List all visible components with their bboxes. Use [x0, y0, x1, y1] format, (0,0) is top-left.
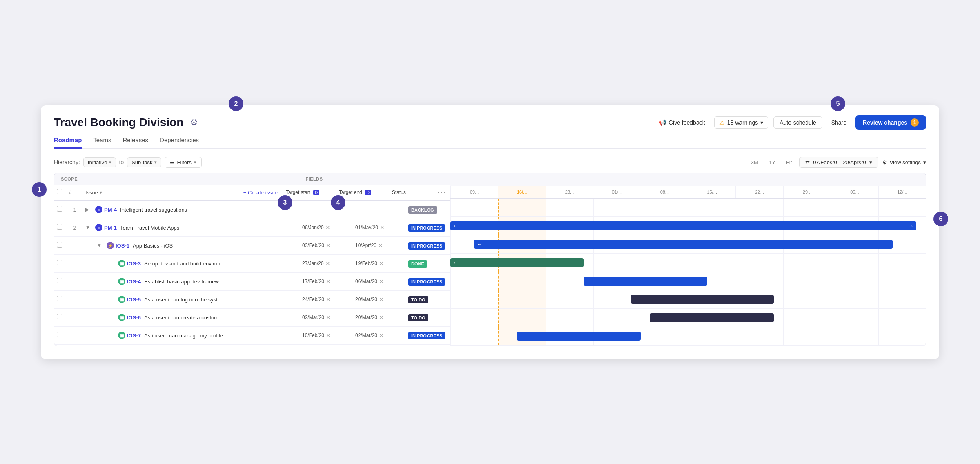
issue-type-icon: ▣: [118, 332, 125, 339]
callout-2: 2: [229, 96, 243, 111]
row-issue-content: ▼ ⚡ IOS-1 App Basics - iOS: [82, 242, 299, 249]
clear-end-button[interactable]: ✕: [379, 278, 384, 285]
review-changes-button[interactable]: Review changes 1: [855, 115, 926, 130]
issue-type-icon: ⚡: [107, 242, 114, 249]
view-settings-button[interactable]: ⚙ View settings ▾: [882, 159, 926, 165]
auto-schedule-button[interactable]: Auto-schedule: [773, 116, 822, 129]
issue-id[interactable]: IOS-5: [127, 297, 141, 303]
status-badge[interactable]: IN PROGRESS: [408, 224, 445, 232]
clear-start-button[interactable]: ✕: [325, 260, 330, 267]
gantt-row: [450, 272, 926, 290]
create-issue-button[interactable]: + Create issue: [238, 186, 283, 199]
gantt-row: ←: [450, 254, 926, 272]
period-3m-button[interactable]: 3M: [748, 158, 762, 167]
tab-roadmap[interactable]: Roadmap: [54, 136, 82, 149]
tab-releases[interactable]: Releases: [123, 136, 149, 149]
clear-start-button[interactable]: ✕: [326, 242, 331, 249]
feedback-button[interactable]: 📢 Give feedback: [655, 117, 709, 128]
gear-icon[interactable]: ⚙: [190, 117, 198, 128]
gantt-cell: [831, 272, 878, 290]
clear-end-button[interactable]: ✕: [379, 332, 384, 339]
row-target-end: 10/Apr/20 ✕: [352, 242, 405, 249]
period-1y-button[interactable]: 1Y: [766, 158, 779, 167]
clear-end-button[interactable]: ✕: [379, 314, 384, 321]
date-range-value: 07/Feb/20 – 20/Apr/20: [813, 159, 866, 165]
hierarchy-label: Hierarchy:: [54, 159, 80, 165]
clear-end-button[interactable]: ✕: [379, 260, 384, 267]
clear-start-button[interactable]: ✕: [326, 278, 331, 285]
status-badge[interactable]: IN PROGRESS: [408, 242, 445, 250]
clear-end-button[interactable]: ✕: [380, 224, 385, 231]
table-row: ▣ IOS-3 Setup dev and and build environ.…: [54, 255, 450, 273]
expand-icon[interactable]: ▼: [97, 243, 105, 248]
row-checkbox[interactable]: [54, 314, 67, 321]
table-row: ▣ IOS-5 As a user i can log into the sys…: [54, 291, 450, 309]
row-checkbox[interactable]: [54, 242, 67, 249]
status-badge[interactable]: IN PROGRESS: [408, 278, 445, 286]
hierarchy-from-value: Initiative: [88, 159, 107, 165]
clear-end-button[interactable]: ✕: [378, 242, 383, 249]
date-range-button[interactable]: ⇄ 07/Feb/20 – 20/Apr/20 ▾: [799, 157, 878, 168]
issue-id[interactable]: PM-1: [104, 225, 117, 231]
issue-type-icon: ▣: [118, 278, 125, 285]
filters-button[interactable]: ⚌ Filters ▾: [165, 157, 202, 168]
clear-end-button[interactable]: ✕: [379, 296, 384, 303]
status-badge[interactable]: DONE: [408, 260, 427, 268]
gantt-cell: [878, 254, 926, 272]
status-badge[interactable]: TO DO: [408, 296, 428, 303]
gantt-bar-wrapper[interactable]: [517, 332, 641, 341]
gantt-cell: [783, 254, 831, 272]
table-row: 2 ▼ ○ PM-1 Team Travel Mobile Apps 06/Ja…: [54, 219, 450, 237]
period-fit-button[interactable]: Fit: [783, 158, 795, 167]
row-status: IN PROGRESS: [405, 224, 450, 231]
gantt-bar-wrapper[interactable]: ←: [474, 240, 892, 249]
issue-id[interactable]: PM-4: [104, 207, 117, 213]
expand-icon[interactable]: ▶: [85, 207, 94, 212]
clear-start-button[interactable]: ✕: [326, 314, 331, 321]
three-dots-icon[interactable]: ···: [437, 188, 446, 196]
hierarchy-from-select[interactable]: Initiative ▾: [83, 157, 116, 167]
gantt-col-header: 08...: [641, 186, 688, 198]
row-checkbox[interactable]: [54, 224, 67, 231]
toolbar-left: Hierarchy: Initiative ▾ to Sub-task ▾ ⚌ …: [54, 157, 202, 168]
warnings-button[interactable]: ⚠ 18 warnings ▾: [714, 116, 769, 129]
row-target-start: 27/Jan/20 ✕: [299, 260, 352, 267]
gantt-bar-wrapper[interactable]: ← →: [450, 221, 916, 230]
share-button[interactable]: Share: [827, 117, 851, 128]
tab-dependencies[interactable]: Dependencies: [160, 136, 199, 149]
gantt-cell: [831, 327, 878, 345]
issue-id[interactable]: IOS-4: [127, 279, 141, 285]
sub-headers: # Issue ▾ + Create issue Target start D …: [54, 185, 450, 201]
sort-icon[interactable]: ▾: [100, 190, 102, 195]
gantt-bar-wrapper[interactable]: ←: [450, 258, 584, 267]
clear-start-button[interactable]: ✕: [326, 296, 331, 303]
hierarchy-to-select[interactable]: Sub-task ▾: [127, 157, 161, 167]
clear-start-button[interactable]: ✕: [326, 332, 331, 339]
caret-down-icon-3: ▾: [194, 160, 196, 165]
row-checkbox[interactable]: [54, 296, 67, 303]
status-badge[interactable]: IN PROGRESS: [408, 332, 445, 339]
issue-id[interactable]: IOS-1: [116, 243, 129, 249]
gantt-bar-wrapper[interactable]: [631, 295, 773, 304]
sync-icon: ⇄: [805, 159, 810, 165]
gantt-bar-wrapper[interactable]: [650, 313, 774, 322]
issue-id[interactable]: IOS-7: [127, 332, 141, 339]
issue-id[interactable]: IOS-6: [127, 315, 141, 321]
expand-icon[interactable]: ▼: [85, 225, 94, 230]
gantt-cell: [831, 290, 878, 308]
gantt-bar-wrapper[interactable]: [584, 277, 707, 286]
gantt-cell: [450, 272, 498, 290]
row-checkbox[interactable]: [54, 206, 67, 213]
row-checkbox[interactable]: [54, 278, 67, 285]
gantt-header-spacer: [450, 173, 926, 186]
select-all-checkbox[interactable]: [57, 189, 62, 194]
issue-col-label: Issue: [85, 190, 98, 196]
issue-id[interactable]: IOS-3: [127, 261, 141, 267]
scope-header: SCOPE: [54, 176, 299, 181]
row-checkbox[interactable]: [54, 260, 67, 267]
row-checkbox[interactable]: [54, 332, 67, 339]
status-badge[interactable]: TO DO: [408, 314, 428, 321]
tab-teams[interactable]: Teams: [93, 136, 111, 149]
clear-start-button[interactable]: ✕: [325, 224, 330, 231]
status-badge[interactable]: BACKLOG: [408, 206, 437, 214]
